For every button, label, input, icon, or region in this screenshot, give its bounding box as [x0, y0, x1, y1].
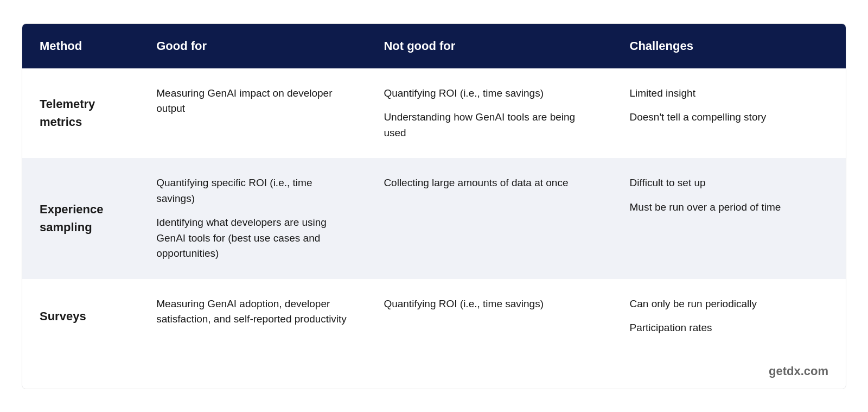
header-good-for: Good for: [139, 24, 366, 68]
challenge-item: Limited insight: [630, 86, 829, 102]
cell-not-good-for: Collecting large amounts of data at once: [366, 158, 612, 279]
challenge-item: Participation rates: [630, 320, 829, 336]
header-not-good-for: Not good for: [366, 24, 612, 68]
cell-challenges: Limited insightDoesn't tell a compelling…: [612, 68, 846, 159]
table-row: Telemetry metricsMeasuring GenAI impact …: [22, 68, 846, 159]
cell-method: Surveys: [22, 279, 139, 353]
table-row: SurveysMeasuring GenAI adoption, develop…: [22, 279, 846, 353]
cell-challenges: Can only be run periodicallyParticipatio…: [612, 279, 846, 353]
cell-good-for: Measuring GenAI adoption, developer sati…: [139, 279, 366, 353]
header-method: Method: [22, 24, 139, 68]
main-table-container: Method Good for Not good for Challenges …: [22, 23, 846, 389]
challenge-item: Must be run over a period of time: [630, 200, 829, 215]
cell-method: Telemetry metrics: [22, 68, 139, 159]
header-challenges: Challenges: [612, 24, 846, 68]
challenge-item: Can only be run periodically: [630, 296, 829, 312]
challenge-item: Doesn't tell a compelling story: [630, 110, 829, 125]
good-for-item: Quantifying specific ROI (i.e., time sav…: [156, 175, 349, 206]
header-row: Method Good for Not good for Challenges: [22, 24, 846, 68]
cell-not-good-for: Quantifying ROI (i.e., time savings): [366, 279, 612, 353]
not-good-for-item: Quantifying ROI (i.e., time savings): [384, 86, 595, 102]
table-row: Experience samplingQuantifying specific …: [22, 158, 846, 279]
cell-challenges: Difficult to set upMust be run over a pe…: [612, 158, 846, 279]
comparison-table: Method Good for Not good for Challenges …: [22, 24, 846, 389]
footer-row: getdx.com: [22, 353, 846, 389]
cell-good-for: Measuring GenAI impact on developer outp…: [139, 68, 366, 159]
challenge-item: Difficult to set up: [630, 175, 829, 191]
footer-text: getdx.com: [22, 353, 846, 389]
cell-method: Experience sampling: [22, 158, 139, 279]
cell-good-for: Quantifying specific ROI (i.e., time sav…: [139, 158, 366, 279]
good-for-item: Identifying what developers are using Ge…: [156, 215, 349, 262]
not-good-for-item: Understanding how GenAI tools are being …: [384, 110, 595, 141]
cell-not-good-for: Quantifying ROI (i.e., time savings)Unde…: [366, 68, 612, 159]
